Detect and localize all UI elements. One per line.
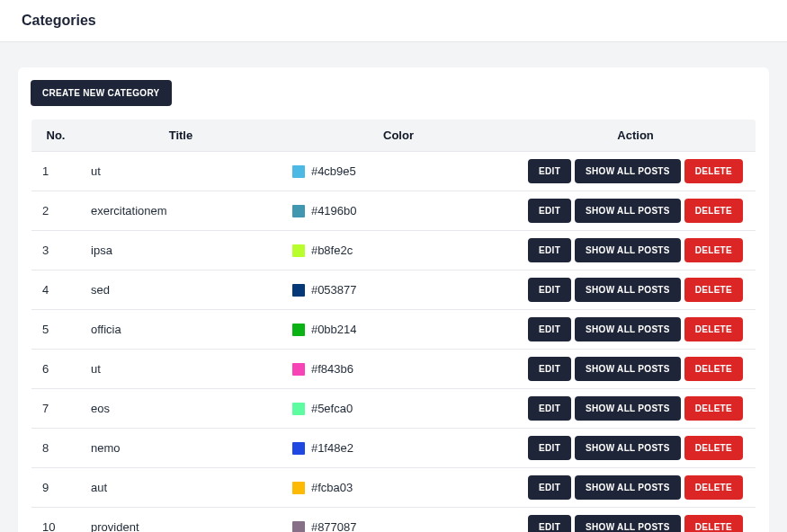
edit-button[interactable]: EDIT — [528, 396, 571, 421]
color-hex: #fcba03 — [311, 482, 353, 495]
delete-button[interactable]: DELETE — [684, 278, 743, 302]
cell-color: #877087 — [282, 508, 515, 533]
show-all-posts-button[interactable]: SHOW ALL POSTS — [575, 199, 681, 223]
cell-actions: EDITSHOW ALL POSTSDELETE — [515, 429, 756, 468]
color-swatch — [292, 284, 305, 297]
cell-color: #fcba03 — [282, 468, 515, 508]
color-swatch — [292, 244, 305, 257]
cell-title: officia — [80, 310, 282, 350]
cell-color: #4196b0 — [282, 191, 515, 231]
col-header-color: Color — [282, 120, 515, 152]
show-all-posts-button[interactable]: SHOW ALL POSTS — [575, 159, 681, 183]
table-row: 5officia#0bb214EDITSHOW ALL POSTSDELETE — [31, 310, 756, 350]
cell-actions: EDITSHOW ALL POSTSDELETE — [515, 270, 756, 310]
color-swatch — [292, 442, 305, 455]
cell-color: #5efca0 — [282, 389, 515, 429]
show-all-posts-button[interactable]: SHOW ALL POSTS — [575, 238, 681, 262]
edit-button[interactable]: EDIT — [528, 278, 571, 302]
edit-button[interactable]: EDIT — [528, 357, 571, 381]
cell-title: ut — [80, 350, 282, 389]
table-body: 1ut#4cb9e5EDITSHOW ALL POSTSDELETE2exerc… — [31, 152, 756, 533]
categories-card: CREATE NEW CATEGORY No. Title Color Acti… — [18, 67, 769, 532]
cell-title: ut — [80, 152, 282, 191]
delete-button[interactable]: DELETE — [684, 475, 743, 500]
edit-button[interactable]: EDIT — [528, 515, 571, 532]
color-swatch — [292, 403, 305, 415]
delete-button[interactable]: DELETE — [684, 159, 743, 183]
color-swatch — [292, 482, 305, 494]
col-header-action: Action — [515, 120, 756, 152]
show-all-posts-button[interactable]: SHOW ALL POSTS — [575, 436, 681, 460]
cell-no: 6 — [31, 350, 81, 389]
color-swatch — [292, 165, 305, 178]
edit-button[interactable]: EDIT — [528, 159, 571, 183]
table-row: 10provident#877087EDITSHOW ALL POSTSDELE… — [31, 508, 756, 533]
color-swatch — [292, 205, 305, 217]
table-row: 9aut#fcba03EDITSHOW ALL POSTSDELETE — [31, 468, 756, 508]
edit-button[interactable]: EDIT — [528, 238, 571, 262]
cell-no: 4 — [31, 270, 81, 310]
edit-button[interactable]: EDIT — [528, 199, 571, 223]
color-hex: #877087 — [311, 521, 357, 532]
show-all-posts-button[interactable]: SHOW ALL POSTS — [575, 396, 681, 421]
cell-no: 3 — [31, 231, 81, 270]
delete-button[interactable]: DELETE — [684, 238, 743, 262]
cell-actions: EDITSHOW ALL POSTSDELETE — [515, 350, 756, 389]
color-hex: #b8fe2c — [311, 244, 353, 258]
color-hex: #053877 — [311, 284, 357, 297]
color-swatch — [292, 521, 305, 532]
delete-button[interactable]: DELETE — [684, 515, 743, 532]
delete-button[interactable]: DELETE — [684, 199, 743, 223]
col-header-title: Title — [80, 120, 282, 152]
cell-no: 9 — [31, 468, 81, 508]
table-row: 8nemo#1f48e2EDITSHOW ALL POSTSDELETE — [31, 429, 756, 468]
cell-no: 5 — [31, 310, 81, 350]
cell-title: aut — [80, 468, 282, 508]
delete-button[interactable]: DELETE — [684, 396, 743, 421]
table-header-row: No. Title Color Action — [31, 120, 756, 152]
create-row: CREATE NEW CATEGORY — [31, 80, 756, 106]
edit-button[interactable]: EDIT — [528, 436, 571, 460]
show-all-posts-button[interactable]: SHOW ALL POSTS — [575, 515, 681, 532]
cell-title: eos — [80, 389, 282, 429]
cell-actions: EDITSHOW ALL POSTSDELETE — [515, 231, 756, 270]
color-swatch — [292, 324, 305, 336]
cell-color: #b8fe2c — [282, 231, 515, 270]
color-hex: #5efca0 — [311, 403, 353, 416]
show-all-posts-button[interactable]: SHOW ALL POSTS — [575, 317, 681, 341]
cell-no: 2 — [31, 191, 81, 231]
delete-button[interactable]: DELETE — [684, 357, 743, 381]
show-all-posts-button[interactable]: SHOW ALL POSTS — [575, 357, 681, 381]
col-header-no: No. — [31, 120, 81, 152]
delete-button[interactable]: DELETE — [684, 317, 743, 341]
cell-no: 7 — [31, 389, 81, 429]
cell-actions: EDITSHOW ALL POSTSDELETE — [515, 191, 756, 231]
main-container: CREATE NEW CATEGORY No. Title Color Acti… — [0, 42, 787, 532]
cell-actions: EDITSHOW ALL POSTSDELETE — [515, 310, 756, 350]
cell-actions: EDITSHOW ALL POSTSDELETE — [515, 468, 756, 508]
edit-button[interactable]: EDIT — [528, 475, 571, 500]
edit-button[interactable]: EDIT — [528, 317, 571, 341]
table-row: 2exercitationem#4196b0EDITSHOW ALL POSTS… — [31, 191, 756, 231]
create-category-button[interactable]: CREATE NEW CATEGORY — [31, 80, 172, 106]
color-hex: #4196b0 — [311, 205, 357, 218]
show-all-posts-button[interactable]: SHOW ALL POSTS — [575, 475, 681, 500]
cell-color: #0bb214 — [282, 310, 515, 350]
cell-title: nemo — [80, 429, 282, 468]
cell-no: 8 — [31, 429, 81, 468]
table-row: 3ipsa#b8fe2cEDITSHOW ALL POSTSDELETE — [31, 231, 756, 270]
cell-no: 1 — [31, 152, 81, 191]
table-row: 7eos#5efca0EDITSHOW ALL POSTSDELETE — [31, 389, 756, 429]
cell-no: 10 — [31, 508, 81, 533]
color-hex: #1f48e2 — [311, 442, 353, 456]
show-all-posts-button[interactable]: SHOW ALL POSTS — [575, 278, 681, 302]
delete-button[interactable]: DELETE — [684, 436, 743, 460]
cell-title: exercitationem — [80, 191, 282, 231]
cell-color: #053877 — [282, 270, 515, 310]
page-header: Categories — [0, 0, 787, 42]
page-title: Categories — [22, 13, 765, 29]
table-row: 6ut#f843b6EDITSHOW ALL POSTSDELETE — [31, 350, 756, 389]
cell-actions: EDITSHOW ALL POSTSDELETE — [515, 508, 756, 533]
table-row: 4sed#053877EDITSHOW ALL POSTSDELETE — [31, 270, 756, 310]
cell-actions: EDITSHOW ALL POSTSDELETE — [515, 389, 756, 429]
